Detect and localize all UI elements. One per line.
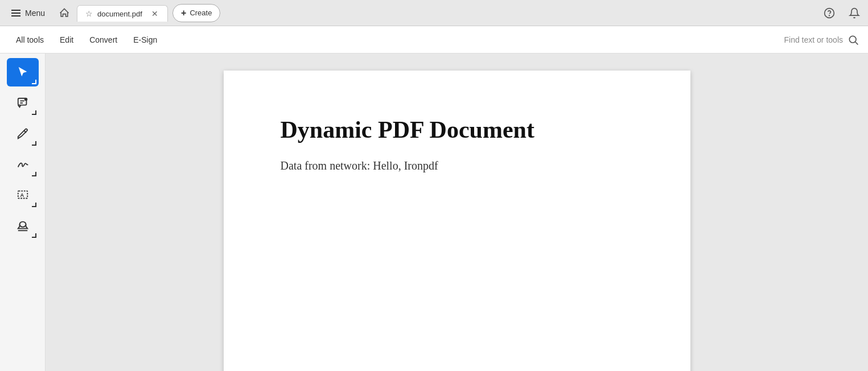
tool-corner-indicator [32,110,36,115]
esign-button[interactable]: E-Sign [126,32,164,48]
help-icon [824,7,835,19]
comment-tool-button[interactable]: + [7,89,39,117]
search-icon [848,34,859,46]
document-tab[interactable]: ☆ document.pdf ✕ [77,5,168,22]
document-area: Dynamic PDF Document Data from network: … [46,53,868,371]
svg-point-1 [829,15,830,15]
all-tools-button[interactable]: All tools [9,32,51,48]
menu-button[interactable]: Menu [5,5,52,21]
create-label: Create [190,9,212,17]
svg-line-3 [855,42,858,44]
tool-corner-indicator [32,233,36,238]
esign-label: E-Sign [133,35,157,44]
tab-title: document.pdf [97,10,146,18]
annotate-tool-button[interactable] [7,119,39,148]
title-bar-right [820,4,863,22]
star-icon: ☆ [85,9,93,18]
svg-text:A: A [20,192,24,198]
pdf-page: Dynamic PDF Document Data from network: … [224,71,690,371]
search-area[interactable]: Find text or tools [784,34,859,46]
annotate-icon [17,127,29,140]
tool-corner-indicator [32,203,36,207]
create-button[interactable]: + Create [172,4,220,22]
all-tools-label: All tools [16,35,44,44]
toolbar: All tools Edit Convert E-Sign Find text … [0,26,868,53]
stamp-icon [17,220,29,232]
svg-point-12 [19,222,26,227]
tools-sidebar: + A [0,53,46,371]
svg-text:+: + [25,98,27,101]
tool-corner-indicator [32,141,36,146]
main-area: + A [0,53,868,371]
tab-close-button[interactable]: ✕ [150,9,159,18]
comment-icon: + [17,97,29,109]
select-icon [17,66,29,79]
text-select-tool-button[interactable]: A [7,181,39,209]
menu-label: Menu [25,9,45,18]
convert-label: Convert [89,35,117,44]
pdf-title: Dynamic PDF Document [281,116,633,143]
bell-icon [849,7,860,19]
select-tool-button[interactable] [7,58,39,86]
signature-icon [17,158,29,171]
tool-corner-indicator [32,172,36,176]
home-button[interactable] [54,3,75,23]
search-placeholder: Find text or tools [784,35,844,44]
text-select-icon: A [17,189,29,201]
home-icon [59,7,70,19]
title-bar: Menu ☆ document.pdf ✕ + Create [0,0,868,26]
help-button[interactable] [820,4,838,22]
edit-label: Edit [60,35,73,44]
hamburger-icon [11,10,20,17]
tool-corner-indicator [32,80,36,84]
notification-button[interactable] [845,4,863,22]
edit-button[interactable]: Edit [53,32,80,48]
toolbar-right: Find text or tools [784,34,859,46]
svg-point-2 [849,36,856,43]
stamp-tool-button[interactable] [7,212,39,240]
pdf-body: Data from network: Hello, Ironpdf [281,159,633,172]
plus-icon: + [181,8,186,18]
signature-tool-button[interactable] [7,150,39,179]
convert-button[interactable]: Convert [83,32,124,48]
